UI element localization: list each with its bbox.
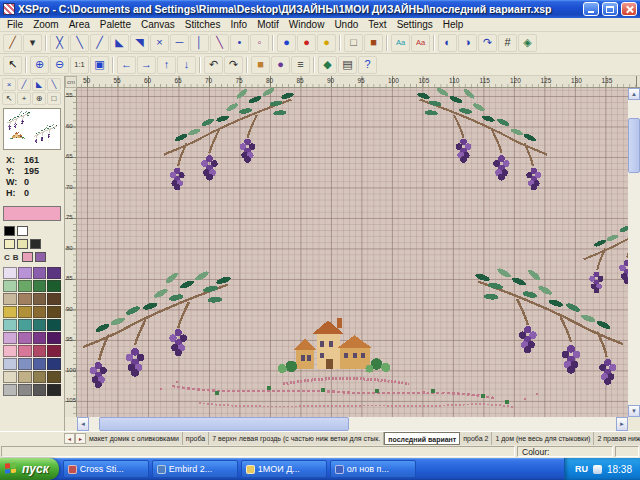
palette-swatch[interactable] xyxy=(3,358,17,370)
start-button[interactable]: пуск xyxy=(0,458,59,480)
palette-swatch[interactable] xyxy=(33,267,47,279)
palette-swatch[interactable] xyxy=(3,293,17,305)
palette-swatch[interactable] xyxy=(18,332,32,344)
palette-swatch[interactable] xyxy=(3,267,17,279)
scroll-right-arrow-icon[interactable]: ► xyxy=(616,417,628,431)
color-dot-yellow[interactable]: ● xyxy=(317,34,336,52)
eraser-tool[interactable]: □ xyxy=(344,34,363,52)
palette-swatch[interactable] xyxy=(33,332,47,344)
select-arrow[interactable]: ↖ xyxy=(3,56,22,74)
tab-2[interactable]: 7 верхн левая гроздь (с частью ниж ветки… xyxy=(209,432,384,445)
palette-swatch[interactable] xyxy=(47,345,61,357)
vertical-scrollbar[interactable]: ▲ ▼ xyxy=(628,88,640,417)
palette-swatch[interactable] xyxy=(3,319,17,331)
print-button[interactable]: ▤ xyxy=(338,56,357,74)
palette-b-label[interactable]: B xyxy=(13,253,19,262)
zoom-fit[interactable]: ▣ xyxy=(90,56,109,74)
color-dot-red[interactable]: ● xyxy=(297,34,316,52)
bead-tool[interactable]: ◦ xyxy=(250,34,269,52)
help-button[interactable]: ? xyxy=(358,56,377,74)
palette-swatch[interactable] xyxy=(33,306,47,318)
quarter-stitch[interactable]: ◣ xyxy=(110,34,129,52)
scroll-left-tool[interactable]: ← xyxy=(117,56,136,74)
palette-swatch[interactable] xyxy=(33,384,47,396)
palette-swatch[interactable] xyxy=(18,358,32,370)
zoom-out[interactable]: ⊖ xyxy=(50,56,69,74)
menu-palette[interactable]: Palette xyxy=(95,19,136,30)
full-cross-stitch[interactable]: ╳ xyxy=(50,34,69,52)
palette-editor[interactable]: ■ xyxy=(251,56,270,74)
palette-swatch[interactable] xyxy=(4,239,15,249)
menu-file[interactable]: File xyxy=(2,19,28,30)
palette-swatch[interactable] xyxy=(35,252,46,262)
palette-swatch[interactable] xyxy=(47,332,61,344)
palette-swatch[interactable] xyxy=(33,345,47,357)
palette-swatch[interactable] xyxy=(3,332,17,344)
stitch-cursor-back[interactable]: ╲ xyxy=(47,78,61,91)
palette-swatch[interactable] xyxy=(18,306,32,318)
palette-swatch[interactable] xyxy=(47,293,61,305)
palette-swatch[interactable] xyxy=(3,384,17,396)
tab-0[interactable]: макет домик с оливковками xyxy=(86,432,183,445)
petite-stitch[interactable]: × xyxy=(150,34,169,52)
menu-info[interactable]: Info xyxy=(225,19,252,30)
pencil-tool[interactable]: ╱ xyxy=(3,34,22,52)
menu-text[interactable]: Text xyxy=(363,19,391,30)
palette-c-label[interactable]: C xyxy=(4,253,10,262)
tab-3[interactable]: последний вариант xyxy=(384,432,460,445)
palette-swatch[interactable] xyxy=(22,252,33,262)
close-button[interactable] xyxy=(621,2,637,16)
backstitch-horizontal[interactable]: ─ xyxy=(170,34,189,52)
palette-swatch[interactable] xyxy=(47,371,61,383)
grid-toggle[interactable]: # xyxy=(498,34,517,52)
scroll-right-tool[interactable]: → xyxy=(137,56,156,74)
scroll-down-arrow-icon[interactable]: ▼ xyxy=(628,405,640,417)
tab-scroll-left-icon[interactable]: ◄ xyxy=(64,433,75,444)
library-button[interactable]: ◈ xyxy=(518,34,537,52)
three-quarter-stitch[interactable]: ◥ xyxy=(130,34,149,52)
mirror-horizontal[interactable]: ◐ xyxy=(438,34,457,52)
zoom-100[interactable]: 1:1 xyxy=(70,56,89,74)
redo-button[interactable]: ↷ xyxy=(224,56,243,74)
stitch-cursor-cross[interactable]: × xyxy=(2,78,16,91)
palette-swatch[interactable] xyxy=(33,280,47,292)
task-button-2[interactable]: 1МОИ Д... xyxy=(241,460,327,478)
palette-swatch[interactable] xyxy=(18,319,32,331)
cursor-select[interactable]: ↖ xyxy=(2,92,16,105)
horizontal-scrollbar[interactable]: ◄ ► xyxy=(77,417,628,431)
menu-help[interactable]: Help xyxy=(438,19,469,30)
palette-swatch[interactable] xyxy=(47,306,61,318)
palette-swatch[interactable] xyxy=(3,306,17,318)
palette-swatch[interactable] xyxy=(18,267,32,279)
menu-settings[interactable]: Settings xyxy=(392,19,438,30)
scroll-up-arrow-icon[interactable]: ▲ xyxy=(628,88,640,100)
tab-1[interactable]: проба xyxy=(183,432,209,445)
palette-swatch[interactable] xyxy=(33,358,47,370)
thread-list[interactable]: ≡ xyxy=(291,56,310,74)
palette-swatch[interactable] xyxy=(47,319,61,331)
design-canvas[interactable] xyxy=(77,88,628,417)
horizontal-scroll-thumb[interactable] xyxy=(99,417,349,431)
menu-stitches[interactable]: Stitches xyxy=(180,19,226,30)
palette-swatch[interactable] xyxy=(18,384,32,396)
rotate-tool[interactable]: ↷ xyxy=(478,34,497,52)
maximize-button[interactable] xyxy=(602,2,618,16)
palette-swatch[interactable] xyxy=(4,226,15,236)
backstitch-diagonal[interactable]: ╲ xyxy=(210,34,229,52)
language-indicator[interactable]: RU xyxy=(575,464,588,474)
menu-canvas[interactable]: Canvas xyxy=(136,19,180,30)
menu-motif[interactable]: Motif xyxy=(252,19,284,30)
fill-tool[interactable]: ■ xyxy=(364,34,383,52)
menu-area[interactable]: Area xyxy=(64,19,95,30)
tray-icon[interactable] xyxy=(593,465,602,474)
tab-scroll-right-icon[interactable]: ► xyxy=(75,433,86,444)
palette-swatch[interactable] xyxy=(47,280,61,292)
palette-swatch[interactable] xyxy=(33,319,47,331)
cursor-erase[interactable]: □ xyxy=(47,92,61,105)
menu-window[interactable]: Window xyxy=(284,19,330,30)
palette-swatch[interactable] xyxy=(18,280,32,292)
scroll-up-tool[interactable]: ↑ xyxy=(157,56,176,74)
text-tool-red[interactable]: Aa xyxy=(411,34,430,52)
palette-swatch[interactable] xyxy=(33,371,47,383)
vertical-scroll-thumb[interactable] xyxy=(628,118,640,173)
